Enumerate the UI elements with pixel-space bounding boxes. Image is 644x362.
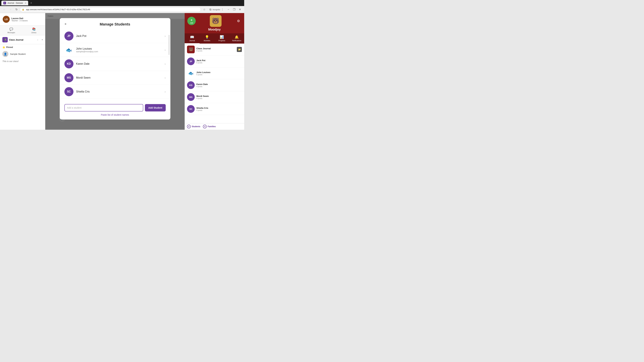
journal-info-mordi-seem: Mordi Seem 4 posts — [196, 95, 242, 99]
window-minimize-button[interactable]: − — [226, 7, 231, 12]
add-student-input[interactable] — [64, 104, 144, 111]
journal-info-karen-dale: Karen Dale 4 posts — [196, 83, 242, 87]
journal-posts-jack-pot: 6 posts — [196, 62, 242, 64]
moodjoy-name: Moodjoy — [208, 28, 221, 31]
settings-button[interactable]: ⚙ — [236, 18, 242, 24]
class-journal-entry[interactable]: 🐻 Class Journal 8 posts 📁 — [185, 43, 244, 55]
journal-entry-mordi-seem[interactable]: MS Mordi Seem 4 posts — [185, 91, 244, 103]
student-arrow-shiella-cris: › — [165, 90, 166, 93]
journal-posts-karen-dale: 4 posts — [196, 85, 242, 87]
modal-close-button[interactable]: × — [63, 21, 68, 26]
folder-button[interactable]: 📁 — [237, 47, 242, 52]
bookmark-button[interactable]: ☆ — [202, 7, 207, 12]
journal-avatar-john-louises: 🐟 — [187, 69, 195, 77]
journal-entry-shiella-cris[interactable]: SC Shiella Cris 4 posts — [185, 103, 244, 115]
class-nav-prev[interactable]: ‹ — [36, 38, 40, 42]
student-name-shiella-cris: Shiella Cris — [76, 90, 162, 93]
window-restore-button[interactable]: ❐ — [232, 7, 237, 12]
extensions-button[interactable]: ⧉ — [208, 7, 213, 12]
pinned-section: ⭐ Pinned — [0, 44, 45, 50]
messages-label: Messages — [8, 32, 15, 33]
nav-activities-tab[interactable]: 💡 Activities — [200, 33, 214, 43]
nav-messages[interactable]: 💬 Messages — [0, 26, 23, 35]
teacher-profile: LD Lauren Deli Teacher - 2 Classes — [0, 13, 45, 26]
journal-entry-karen-dale[interactable]: KD Karen Dale 4 posts — [185, 79, 244, 91]
window-close-button[interactable]: ✕ — [237, 7, 242, 12]
tab-favicon: S — [3, 2, 6, 4]
nav-progress-tab[interactable]: 📊 Progress — [214, 33, 230, 43]
nav-journal-tab[interactable]: 📖 Journal — [185, 33, 200, 43]
manage-students-modal: × Manage Students JP Jack Pot › 🐟 — [60, 18, 170, 119]
nav-bar: ← → ↻ 🔒 app.seesaw.me/#/class/class.e01b… — [0, 6, 244, 13]
student-arrow-jack-pot: › — [165, 34, 166, 38]
journal-entry-john-louises[interactable]: 🐟 John Louises 5 posts — [185, 67, 244, 79]
add-student-button[interactable]: Add Student — [145, 104, 166, 111]
class-journal-avatar: 🐻 — [187, 45, 195, 53]
class-journal-posts: 8 posts — [196, 50, 235, 52]
profile-button[interactable]: Incognito — [214, 7, 219, 12]
back-button[interactable]: ← — [2, 7, 7, 12]
student-info-shiella-cris: Shiella Cris — [76, 90, 162, 93]
paste-list-link[interactable]: Paste list of student names — [101, 113, 129, 116]
nav-library[interactable]: 📚 Library — [23, 26, 45, 35]
journal-name-mordi-seem: Mordi Seem — [196, 95, 242, 97]
add-plus-icon: + — [190, 18, 192, 22]
moodjoy-logo: 🐻 — [210, 15, 222, 27]
scroll-indicator — [169, 35, 170, 55]
add-families-button[interactable]: + Families — [203, 125, 216, 128]
moodjoy-bear-icon: 🐻 — [212, 17, 219, 24]
journal-posts-shiella-cris: 4 posts — [196, 109, 242, 111]
pin-icon: ⭐ — [2, 46, 5, 49]
journal-info-jack-pot: Jack Pot 6 posts — [196, 59, 242, 64]
student-row-karen-dale[interactable]: KD Karen Dale › — [60, 57, 170, 71]
student-row-mordi-seem[interactable]: MS Mordi Seem › — [60, 71, 170, 85]
student-info-mordi-seem: Mordi Seem — [76, 76, 162, 79]
nav-notifications-tab[interactable]: 🔔 Notifications — [229, 33, 244, 43]
refresh-button[interactable]: ↻ — [14, 7, 19, 12]
moodjoy-header: + Add 🐻 ⚙ Moodjoy — [185, 13, 244, 33]
student-info-karen-dale: Karen Dale — [76, 62, 162, 65]
student-row-john-louises[interactable]: 🐟 John Louises sample@moodjoy.com › — [60, 43, 170, 57]
class-journal-name: Class Journal — [196, 47, 235, 50]
add-families-plus-icon: + — [203, 125, 206, 128]
progress-label: Progress — [218, 40, 225, 41]
address-bar[interactable]: 🔒 app.seesaw.me/#/class/class.e01bf4c2-9… — [20, 7, 201, 12]
journal-avatar-jack-pot: JP — [187, 57, 195, 65]
menu-button[interactable]: ⋮ — [220, 7, 225, 12]
new-tab-button[interactable]: + — [29, 1, 34, 5]
class-selector[interactable]: 📓 Class Journal ‹ ▾ — [0, 35, 45, 44]
student-row-jack-pot[interactable]: JP Jack Pot › — [60, 29, 170, 43]
app-layout: LD Lauren Deli Teacher - 2 Classes 💬 Mes… — [0, 13, 244, 130]
moodjoy-top: + Add 🐻 ⚙ — [187, 15, 242, 27]
student-row-shiella-cris[interactable]: SC Shiella Cris › — [60, 85, 170, 99]
class-journal-info: Class Journal 8 posts — [196, 47, 235, 52]
class-name: Class Journal — [9, 38, 34, 41]
add-students-plus-icon: + — [187, 125, 191, 128]
active-tab[interactable]: S Journal - Seesaw ✕ — [1, 1, 28, 5]
tab-close-button[interactable]: ✕ — [25, 2, 26, 4]
student-avatar-john-louises: 🐟 — [64, 45, 74, 54]
add-students-button[interactable]: + Students — [187, 125, 200, 128]
student-avatar-mordi-seem: MS — [64, 73, 74, 82]
journal-info-john-louises: John Louises 5 posts — [196, 71, 242, 76]
messages-icon: 💬 — [10, 27, 13, 31]
activities-icon: 💡 — [205, 35, 209, 39]
modal-footer: Add Student Paste list of student names — [60, 101, 170, 119]
journal-entry-jack-pot[interactable]: JP Jack Pot 6 posts — [185, 55, 244, 67]
tab-title: Journal - Seesaw — [8, 2, 23, 4]
add-student-row: Add Student — [64, 104, 166, 111]
add-families-label: Families — [208, 125, 216, 128]
class-description: This is our class! — [0, 58, 45, 64]
modal-overlay[interactable]: × Manage Students JP Jack Pot › 🐟 — [45, 13, 185, 130]
add-students-label: Students — [192, 125, 200, 128]
right-content: 🐻 Class Journal 8 posts 📁 JP Jack Pot 6 … — [185, 43, 244, 123]
sample-student-name: Sample Student — [10, 53, 26, 55]
student-name-mordi-seem: Mordi Seem — [76, 76, 162, 79]
add-button[interactable]: + Add — [187, 17, 196, 25]
forward-button[interactable]: → — [8, 7, 13, 12]
security-icon: 🔒 — [22, 8, 24, 10]
journal-info-shiella-cris: Shiella Cris 4 posts — [196, 107, 242, 111]
notifications-icon: 🔔 — [234, 35, 239, 39]
sample-student-item[interactable]: 👤 Sample Student — [0, 50, 45, 58]
student-name-jack-pot: Jack Pot — [76, 34, 162, 37]
